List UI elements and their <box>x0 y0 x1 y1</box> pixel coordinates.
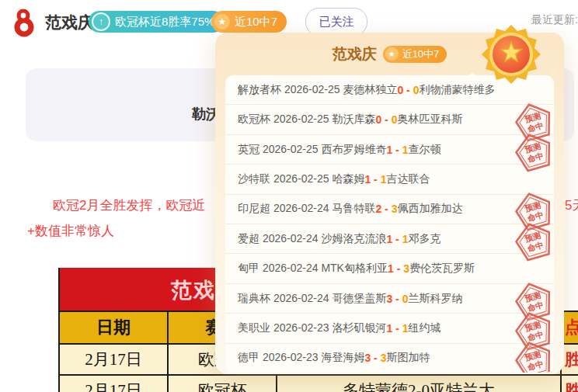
table-row: 2月17日欧冠杯多特蒙德2-0亚特兰大胜 <box>60 376 578 392</box>
match-info: 瑞典杯 2026-02-24 哥德堡盖斯 <box>238 292 386 306</box>
away-score: 3 <box>381 352 387 364</box>
away-score: 3 <box>403 262 409 275</box>
popup-streak-label: 近10中7 <box>402 47 440 61</box>
away-score: 0 <box>402 293 409 305</box>
table-header-cell: 日期 <box>60 312 169 343</box>
star-icon: ★ <box>385 47 399 61</box>
prediction-row[interactable]: 匈甲 2026-02-24 MTK匈格利亚1 - 3费伦茨瓦罗斯 <box>225 254 554 283</box>
sparkle-icon: ✦ <box>546 62 559 81</box>
prediction-row[interactable]: 爱超 2026-02-24 沙姆洛克流浪1 - 1邓多克 预测 命中 <box>225 224 554 254</box>
star-icon: ★ <box>214 14 230 29</box>
away-team: 奥林匹亚科斯 <box>397 113 462 127</box>
match-info: 英冠 2026-02-25 西布罗姆维奇 <box>238 143 386 157</box>
away-score: 0 <box>413 84 420 96</box>
match-info: 印尼超 2026-02-24 马鲁特联 <box>238 202 375 216</box>
home-score: 1 <box>364 173 371 186</box>
prediction-row[interactable]: 德甲 2026-02-23 海登海姆3 - 3斯图加特 预测 命中 <box>225 344 554 373</box>
match-info: 美职业 2026-02-23 洛杉矶银河 <box>238 321 386 335</box>
away-team: 查尔顿 <box>408 143 440 157</box>
home-score: 3 <box>386 293 392 305</box>
gold-medal-icon <box>480 23 542 85</box>
predictions-popup: 范戏庆 ★ 近10中7 ✦ ✦ 解放者杯 2026-02-25 麦德林独立0 -… <box>215 33 564 374</box>
match-info: 德甲 2026-02-23 海登海姆 <box>238 351 364 365</box>
score-separator: - <box>392 144 402 156</box>
score-separator: - <box>371 352 380 364</box>
home-score: 3 <box>364 352 371 364</box>
prediction-row[interactable]: 瑞典杯 2026-02-24 哥德堡盖斯3 - 0兰斯科罗纳 预测 命中 <box>225 284 554 314</box>
winrate-badge-label: 欧冠杯近8胜率75% <box>115 15 214 29</box>
prediction-list: 解放者杯 2026-02-25 麦德林独立0 - 0利物浦蒙特维多 欧冠杯 20… <box>225 75 554 373</box>
home-score: 1 <box>386 233 392 245</box>
sparkle-icon: ✦ <box>468 70 476 81</box>
score-separator: - <box>371 173 380 186</box>
away-score: 1 <box>381 173 387 186</box>
score-separator: - <box>392 293 402 305</box>
table-cell: 胜 <box>562 376 578 392</box>
away-team: 吉达联合 <box>386 172 430 186</box>
page-title: 范戏庆 <box>45 12 94 33</box>
away-team: 费伦茨瓦罗斯 <box>409 262 475 276</box>
home-score: 0 <box>397 84 403 96</box>
away-team: 邓多克 <box>408 232 440 246</box>
site-logo[interactable] <box>10 8 38 37</box>
score-separator: - <box>394 262 403 275</box>
score-separator: - <box>392 322 402 335</box>
away-team: 斯图加特 <box>386 351 430 365</box>
promo-text-line1: 欧冠2月全胜发挥，欧冠近 <box>53 196 205 214</box>
page: { "page": { "expert_name": "范戏庆", "badge… <box>0 0 578 392</box>
promo-text-line1-right: 5天 <box>565 196 578 214</box>
home-score: 1 <box>386 144 392 156</box>
score-separator: - <box>381 203 391 215</box>
trend-up-icon: ↑ <box>92 12 110 31</box>
home-score: 2 <box>375 203 381 215</box>
away-score: 0 <box>392 113 398 126</box>
away-team: 纽约城 <box>408 321 440 335</box>
away-score: 1 <box>402 233 409 245</box>
score-separator: - <box>381 113 391 126</box>
table-cell: 2月17日 <box>60 376 169 392</box>
match-info: 解放者杯 2026-02-25 麦德林独立 <box>238 83 397 97</box>
score-separator: - <box>392 233 402 245</box>
table-cell: 欧冠杯 <box>169 376 277 392</box>
match-info: 欧冠杯 2026-02-25 勒沃库森 <box>238 113 375 127</box>
promo-text-line2: +数值非常惊人 <box>27 222 114 240</box>
logo-8-icon <box>10 8 38 37</box>
match-info: 沙特联 2026-02-25 哈森姆 <box>238 172 364 186</box>
prediction-row[interactable]: 英冠 2026-02-25 西布罗姆维奇1 - 1查尔顿 预测 命中 <box>225 135 554 165</box>
away-team: 兰斯科罗纳 <box>408 292 462 306</box>
prediction-row[interactable]: 沙特联 2026-02-25 哈森姆1 - 1吉达联合 <box>225 165 554 194</box>
match-info: 爱超 2026-02-24 沙姆洛克流浪 <box>238 232 386 246</box>
score-separator: - <box>403 84 413 96</box>
streak-badge: ★ 近10中7 <box>211 11 287 33</box>
prediction-row[interactable]: 美职业 2026-02-23 洛杉矶银河1 - 1纽约城 预测 命中 <box>225 314 554 343</box>
streak-badge-label: 近10中7 <box>235 15 277 29</box>
winrate-badge: ↑ 欧冠杯近8胜率75% <box>89 11 224 33</box>
table-cell: 多特蒙德2-0亚特兰大 <box>277 376 561 392</box>
followed-button[interactable]: 已关注 <box>305 8 367 36</box>
home-score: 1 <box>388 262 394 275</box>
home-score: 0 <box>375 113 381 126</box>
away-score: 1 <box>402 144 409 156</box>
match-info: 匈甲 2026-02-24 MTK匈格利亚 <box>238 262 388 276</box>
popup-streak-badge: ★ 近10中7 <box>383 46 447 63</box>
prediction-row[interactable]: 印尼超 2026-02-24 马鲁特联2 - 3佩西加雅加达 预测 命中 <box>225 195 554 224</box>
home-score: 1 <box>386 322 392 335</box>
popup-title: 范戏庆 <box>333 44 377 64</box>
away-score: 3 <box>392 203 398 215</box>
table-cell: 2月17日 <box>60 345 169 374</box>
away-team: 佩西加雅加达 <box>397 202 462 216</box>
prediction-row[interactable]: 欧冠杯 2026-02-25 勒沃库森0 - 0奥林匹亚科斯 预测 命中 <box>225 105 554 134</box>
